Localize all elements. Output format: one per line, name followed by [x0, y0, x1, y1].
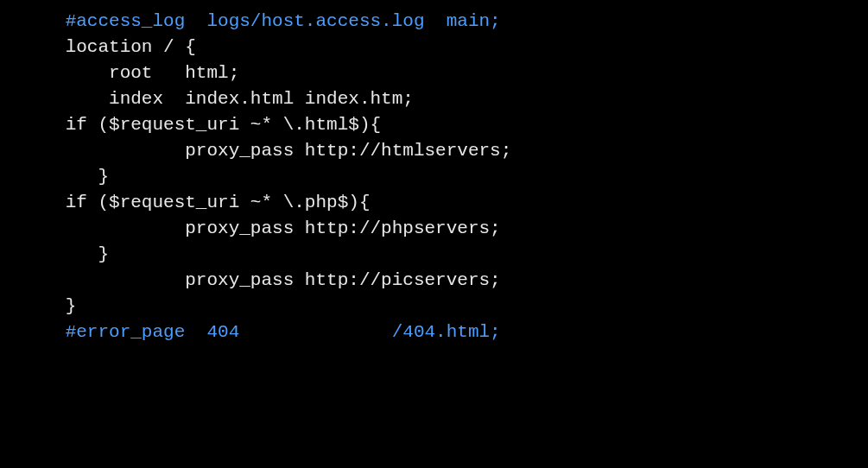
code-text: root html;: [109, 63, 239, 83]
indent: [0, 11, 66, 31]
indent: [0, 270, 185, 290]
code-line: #access_log logs/host.access.log main;: [0, 9, 868, 35]
code-line: }: [0, 294, 868, 319]
code-line: root html;: [0, 60, 868, 86]
code-text: if ($request_uri ~* \.html$){: [66, 115, 381, 135]
indent: [0, 141, 185, 161]
indent: [0, 296, 66, 316]
indent: [0, 115, 66, 135]
code-line: if ($request_uri ~* \.php$){: [0, 190, 868, 216]
code-text: proxy_pass http://htmlservers;: [185, 141, 511, 161]
indent: [0, 193, 66, 212]
code-editor-content[interactable]: #access_log logs/host.access.log main; l…: [0, 9, 868, 345]
indent: [0, 63, 109, 83]
code-text: proxy_pass http://picservers;: [185, 270, 500, 290]
comment-text: #access_log logs/host.access.log main;: [66, 11, 501, 31]
code-text: location / {: [66, 37, 196, 57]
code-line: proxy_pass http://picservers;: [0, 268, 868, 294]
code-line: proxy_pass http://phpservers;: [0, 216, 868, 242]
code-line: location / {: [0, 35, 868, 60]
code-text: }: [98, 167, 109, 187]
code-text: }: [98, 244, 109, 264]
code-line: if ($request_uri ~* \.html$){: [0, 112, 868, 138]
indent: [0, 89, 109, 109]
indent: [0, 218, 185, 238]
indent: [0, 37, 66, 57]
comment-text: #error_page 404 /404.html;: [66, 322, 501, 342]
code-text: index index.html index.htm;: [109, 89, 414, 109]
code-text: if ($request_uri ~* \.php$){: [66, 193, 371, 212]
code-line: }: [0, 164, 868, 190]
code-line: }: [0, 242, 868, 268]
code-text: }: [66, 296, 77, 316]
indent: [0, 322, 66, 342]
indent: [0, 167, 98, 187]
code-text: proxy_pass http://phpservers;: [185, 218, 500, 238]
code-line: #error_page 404 /404.html;: [0, 319, 868, 345]
indent: [0, 244, 98, 264]
code-line: proxy_pass http://htmlservers;: [0, 138, 868, 164]
code-line: index index.html index.htm;: [0, 86, 868, 112]
